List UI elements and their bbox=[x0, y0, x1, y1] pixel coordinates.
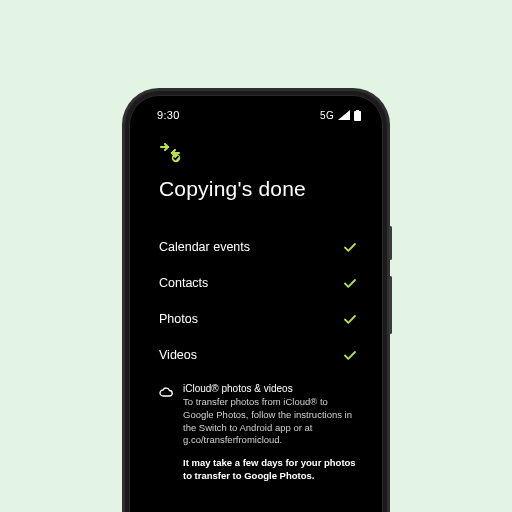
phone-frame: 9:30 5G bbox=[129, 95, 383, 512]
svg-rect-0 bbox=[354, 111, 361, 121]
page-title: Copying's done bbox=[159, 177, 357, 201]
item-label: Videos bbox=[159, 348, 197, 362]
status-bar: 9:30 5G bbox=[135, 101, 377, 121]
volume-button[interactable] bbox=[389, 276, 392, 334]
icloud-body: To transfer photos from iCloud® to Googl… bbox=[183, 396, 357, 447]
transfer-complete-icon bbox=[159, 141, 357, 167]
screen: 9:30 5G bbox=[135, 101, 377, 512]
status-network: 5G bbox=[320, 110, 334, 121]
status-time: 9:30 bbox=[157, 109, 180, 121]
battery-icon bbox=[354, 110, 361, 121]
check-icon bbox=[343, 240, 357, 254]
list-item: Photos bbox=[159, 301, 357, 337]
list-item: Contacts bbox=[159, 265, 357, 301]
item-label: Calendar events bbox=[159, 240, 250, 254]
svg-rect-1 bbox=[356, 110, 359, 112]
item-label: Photos bbox=[159, 312, 198, 326]
icloud-heading: iCloud® photos & videos bbox=[183, 383, 357, 394]
item-label: Contacts bbox=[159, 276, 208, 290]
signal-icon bbox=[338, 110, 350, 120]
list-item: Calendar events bbox=[159, 229, 357, 265]
footnote: It may take a few days for your photos t… bbox=[159, 457, 357, 483]
cloud-icon bbox=[159, 383, 173, 447]
power-button[interactable] bbox=[389, 226, 392, 260]
icloud-note: iCloud® photos & videos To transfer phot… bbox=[159, 383, 357, 447]
check-icon bbox=[343, 276, 357, 290]
list-item: Videos bbox=[159, 337, 357, 373]
check-icon bbox=[343, 312, 357, 326]
check-icon bbox=[343, 348, 357, 362]
